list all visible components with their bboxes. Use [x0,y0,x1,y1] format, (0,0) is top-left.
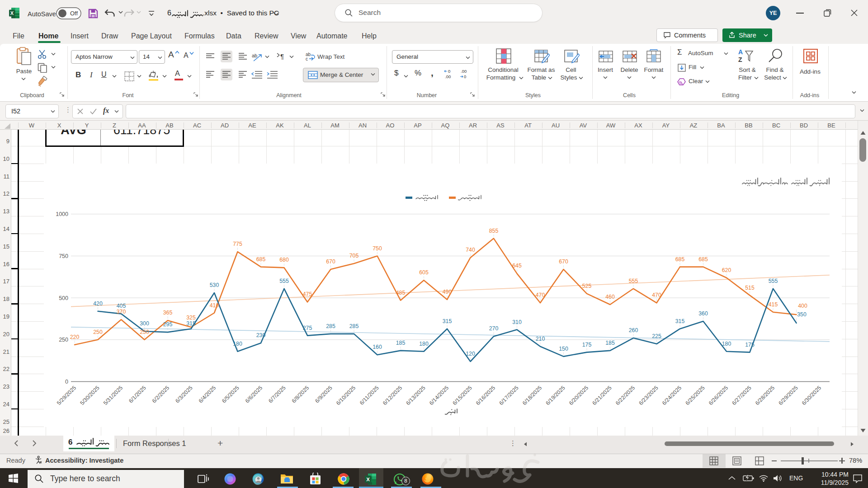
svg-text:525: 525 [582,282,592,289]
svg-text:¶: ¶ [280,52,284,60]
svg-text:275: 275 [303,324,312,331]
svg-text:6/5/2025: 6/5/2025 [221,385,241,404]
svg-text:6/21/2025: 6/21/2025 [591,385,613,406]
svg-text:180: 180 [419,340,429,347]
svg-text:6/6/2025: 6/6/2025 [244,385,264,404]
svg-text:685: 685 [256,256,266,262]
svg-text:515: 515 [745,284,755,291]
svg-text:.00: .00 [461,69,467,74]
svg-text:420: 420 [93,300,103,306]
svg-text:6/30/2025: 6/30/2025 [801,385,822,406]
svg-text:530: 530 [210,282,219,288]
svg-text:X: X [10,10,14,16]
svg-text:A: A [738,48,743,56]
svg-text:750: 750 [59,253,68,259]
svg-text:620: 620 [722,267,731,273]
svg-text:c: c [306,56,308,61]
svg-text:6/9/2025: 6/9/2025 [314,385,334,404]
svg-text:6/10/2025: 6/10/2025 [335,385,357,406]
svg-text:270: 270 [489,325,499,332]
svg-text:Z: Z [738,56,742,63]
svg-text:670: 670 [326,258,335,265]
svg-text:315: 315 [186,320,196,326]
svg-text:410: 410 [210,302,219,308]
svg-text:645: 645 [512,263,522,269]
svg-text:6/28/2025: 6/28/2025 [754,385,776,406]
svg-text:6/25/2025: 6/25/2025 [684,385,706,406]
svg-text:6/19/2025: 6/19/2025 [544,385,566,406]
svg-text:285: 285 [349,323,359,329]
svg-text:6/4/2025: 6/4/2025 [198,385,217,404]
svg-text:0: 0 [464,74,466,79]
svg-text:210: 210 [536,335,545,342]
svg-text:230: 230 [256,332,266,338]
svg-text:185: 185 [396,339,406,346]
svg-text:6/24/2025: 6/24/2025 [661,385,683,406]
svg-text:6/26/2025: 6/26/2025 [708,385,729,406]
svg-text:855: 855 [489,227,499,234]
svg-text:475: 475 [303,291,312,297]
svg-text:490: 490 [443,288,452,295]
svg-text:315: 315 [675,318,685,324]
svg-text:295: 295 [163,321,173,328]
svg-text:185: 185 [605,339,615,346]
svg-text:750: 750 [373,245,382,251]
svg-text:6/12/2025: 6/12/2025 [382,385,403,406]
svg-text:175: 175 [582,341,592,347]
svg-text:350: 350 [797,311,807,317]
svg-text:365: 365 [163,310,173,316]
svg-text:.00: .00 [445,74,451,79]
svg-text:180: 180 [722,340,731,347]
svg-text:6/7/2025: 6/7/2025 [267,385,287,404]
svg-text:6/27/2025: 6/27/2025 [731,385,752,406]
svg-text:485: 485 [396,289,406,296]
svg-text:6/1/2025: 6/1/2025 [127,385,147,404]
svg-text:1000: 1000 [56,211,68,217]
svg-text:ab: ab [252,53,257,58]
svg-text:6/23/2025: 6/23/2025 [637,385,659,406]
svg-text:260: 260 [629,327,638,333]
svg-text:6/18/2025: 6/18/2025 [521,385,543,406]
svg-text:415: 415 [769,301,778,307]
svg-text:555: 555 [629,277,638,284]
svg-text:175: 175 [745,341,755,347]
svg-text:6/16/2025: 6/16/2025 [475,385,496,406]
svg-text:225: 225 [652,333,661,339]
svg-text:315: 315 [443,318,452,324]
svg-text:740: 740 [466,247,475,253]
svg-text:6/3/2025: 6/3/2025 [174,385,194,404]
svg-text:5/29/2025: 5/29/2025 [56,385,77,406]
svg-text:6/11/2025: 6/11/2025 [359,385,380,406]
svg-text:500: 500 [59,295,68,301]
svg-text:685: 685 [675,256,685,262]
svg-text:Off: Off [70,10,78,17]
svg-text:705: 705 [349,253,359,259]
svg-text:6/2/2025: 6/2/2025 [151,385,171,404]
svg-text:555: 555 [279,277,289,284]
svg-text:6/20/2025: 6/20/2025 [568,385,590,406]
svg-text:605: 605 [419,269,429,276]
svg-text:360: 360 [698,310,708,317]
svg-text:300: 300 [140,320,149,327]
svg-text:6/13/2025: 6/13/2025 [405,385,426,406]
svg-text:680: 680 [279,257,289,263]
svg-text:685: 685 [698,256,708,262]
svg-text:6/15/2025: 6/15/2025 [451,385,473,406]
svg-text:X: X [366,477,370,482]
svg-text:775: 775 [233,241,242,247]
svg-text:405: 405 [117,303,126,309]
svg-text:6/29/2025: 6/29/2025 [777,385,799,406]
svg-text:120: 120 [466,351,475,357]
svg-text:6/14/2025: 6/14/2025 [428,385,450,406]
svg-text:470: 470 [652,292,661,298]
svg-text:460: 460 [605,294,615,300]
svg-text:220: 220 [70,333,80,340]
svg-text:6/17/2025: 6/17/2025 [498,385,519,406]
svg-text:150: 150 [559,345,568,352]
svg-text:250: 250 [140,328,149,335]
svg-text:400: 400 [798,303,807,309]
svg-text:6/22/2025: 6/22/2025 [614,385,636,406]
svg-text:370: 370 [117,309,126,315]
svg-text:670: 670 [559,258,568,265]
svg-text:160: 160 [373,344,382,350]
